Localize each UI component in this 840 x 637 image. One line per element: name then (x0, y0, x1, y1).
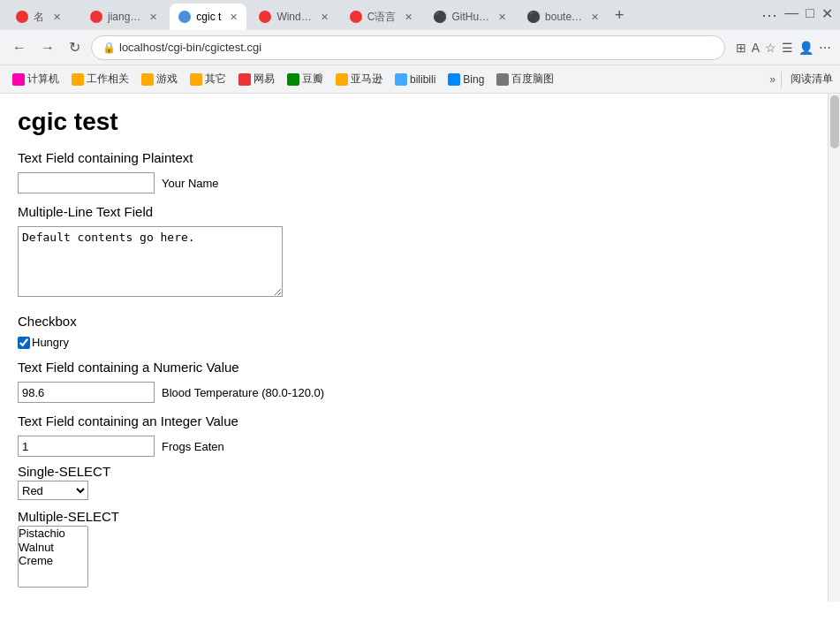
translate-icon[interactable]: A (752, 41, 760, 55)
forward-button[interactable]: → (37, 38, 58, 57)
star-icon[interactable]: ☆ (765, 41, 776, 55)
bookmark-bilibili-icon (395, 73, 407, 86)
scrollbar-thumb[interactable] (830, 95, 839, 148)
bookmark-amazon[interactable]: 亚马逊 (330, 70, 388, 88)
tab-6-close[interactable]: ✕ (498, 11, 506, 23)
bookmark-163-label: 网易 (254, 72, 275, 87)
tab-3-label: cgic t (196, 11, 221, 23)
your-name-field-label: Your Name (162, 177, 219, 190)
tab-1-close[interactable]: ✕ (53, 11, 61, 23)
bookmark-work[interactable]: 工作相关 (66, 70, 134, 88)
tab-4-close[interactable]: ✕ (321, 11, 329, 23)
read-list-button[interactable]: 阅读清单 (791, 72, 833, 87)
tab-3[interactable]: cgic t ✕ (170, 4, 246, 30)
tab-2-icon (90, 11, 102, 23)
integer-row: Frogs Eaten (18, 436, 810, 457)
reload-button[interactable]: ↻ (65, 37, 84, 57)
address-icons: ⊞ A ☆ ☰ 👤 ⋯ (736, 41, 831, 55)
close-button[interactable]: ✕ (821, 5, 833, 25)
tab-4[interactable]: Wind… ✕ (250, 4, 337, 30)
textarea-input[interactable]: Default contents go here. (18, 226, 283, 297)
tab-1-label: 名 (34, 10, 44, 25)
tab-2-close[interactable]: ✕ (149, 11, 157, 23)
your-name-input[interactable] (18, 172, 155, 193)
browser-window: 名 ✕ jiang… ✕ cgic t ✕ Wind… ✕ C语言 ✕ ⚫ Gi… (0, 0, 840, 602)
numeric-field-label: Blood Temperature (80.0-120.0) (162, 386, 324, 399)
hungry-checkbox[interactable] (18, 337, 30, 349)
tab-5-label: C语言 (367, 10, 397, 25)
tab-6-label: GitHu… (451, 11, 489, 23)
option-walnut[interactable]: Walnut (19, 541, 87, 555)
integer-label: Text Field containing an Integer Value (18, 413, 810, 428)
bookmark-163-icon (238, 73, 251, 86)
bookmark-douban-label: 豆瓣 (302, 72, 323, 87)
secure-icon: 🔒 (102, 42, 116, 54)
tab-2[interactable]: jiang… ✕ (81, 4, 166, 30)
tab-7-close[interactable]: ✕ (591, 11, 599, 23)
single-select-label: Single-SELECT (18, 464, 810, 479)
bookmark-douban[interactable]: 豆瓣 (282, 70, 329, 88)
bookmark-bing-label: Bing (463, 73, 484, 86)
window-controls: ⋯ — □ ✕ (761, 5, 833, 25)
back-button[interactable]: ← (9, 38, 30, 57)
bookmark-bing[interactable]: Bing (443, 72, 489, 87)
bookmark-amazon-label: 亚马逊 (351, 72, 382, 87)
settings-icon[interactable]: ⋯ (819, 41, 831, 55)
maximize-button[interactable]: □ (806, 5, 814, 25)
address-input[interactable]: 🔒 localhost/cgi-bin/cgictest.cgi (91, 35, 725, 60)
numeric-row: Blood Temperature (80.0-120.0) (18, 382, 810, 403)
minimize-button[interactable]: — (784, 5, 798, 25)
tab-3-icon (178, 11, 191, 23)
bookmark-163[interactable]: 网易 (233, 70, 280, 88)
option-pistachio[interactable]: Pistachio (19, 527, 87, 541)
numeric-input[interactable] (18, 382, 155, 403)
tab-5-close[interactable]: ✕ (405, 11, 412, 23)
bookmark-other-label: 其它 (205, 72, 226, 87)
tab-2-label: jiang… (108, 11, 140, 23)
tab-7-icon: ⚫ (527, 11, 540, 23)
tab-6-icon: ⚫ (434, 11, 446, 23)
tab-1[interactable]: 名 ✕ (7, 4, 78, 30)
integer-input[interactable] (18, 436, 155, 457)
bookmark-douban-icon (287, 73, 299, 86)
tab-5[interactable]: C语言 ✕ (341, 4, 422, 30)
address-text: localhost/cgi-bin/cgictest.cgi (119, 41, 261, 54)
tab-7[interactable]: ⚫ boute… ✕ (518, 4, 608, 30)
collections-icon[interactable]: ☰ (782, 41, 793, 55)
bookmark-bing-icon (448, 73, 460, 86)
browser-menu-icon[interactable]: ⋯ (761, 5, 777, 25)
tab-7-label: boute… (545, 11, 582, 23)
new-tab-button[interactable]: + (615, 6, 624, 25)
your-name-row: Your Name (18, 172, 810, 193)
tab-6[interactable]: ⚫ GitHu… ✕ (425, 4, 515, 30)
bookmarks-more-button[interactable]: » (769, 73, 776, 86)
content-wrapper: cgic test Text Field containing Plaintex… (0, 94, 840, 602)
multiline-label: Multiple-Line Text Field (18, 204, 810, 219)
profile-icon[interactable]: 👤 (798, 41, 814, 55)
bookmark-other[interactable]: 其它 (185, 70, 231, 88)
bookmark-computer-label: 计算机 (27, 72, 59, 87)
bookmark-bilibili-label: bilibili (410, 73, 435, 86)
grid-icon[interactable]: ⊞ (736, 41, 746, 55)
bookmark-games[interactable]: 游戏 (136, 70, 183, 88)
single-select[interactable]: Red Green Blue (18, 481, 88, 500)
option-creme[interactable]: Creme (19, 554, 87, 568)
bookmark-work-icon (72, 73, 84, 86)
bookmark-work-label: 工作相关 (87, 72, 129, 87)
bookmark-computer-icon (12, 73, 25, 86)
bookmarks-divider (781, 72, 782, 87)
bookmark-baidu[interactable]: 百度脑图 (491, 70, 559, 88)
tab-3-close[interactable]: ✕ (230, 11, 238, 23)
multiple-select[interactable]: Pistachio Walnut Creme (18, 526, 88, 588)
bookmark-other-icon (190, 73, 202, 86)
bookmark-games-label: 游戏 (156, 72, 178, 87)
bookmark-computer[interactable]: 计算机 (7, 70, 64, 88)
scrollbar[interactable] (828, 94, 840, 602)
bookmarks-bar: 计算机 工作相关 游戏 其它 网易 豆瓣 亚马逊 bilibili (0, 65, 840, 94)
bookmark-amazon-icon (336, 73, 348, 86)
hungry-label: Hungry (32, 336, 69, 349)
bookmark-bilibili[interactable]: bilibili (390, 72, 441, 87)
bookmark-baidu-label: 百度脑图 (511, 72, 554, 87)
numeric-label: Text Field containing a Numeric Value (18, 360, 810, 375)
tab-4-label: Wind… (276, 11, 311, 23)
